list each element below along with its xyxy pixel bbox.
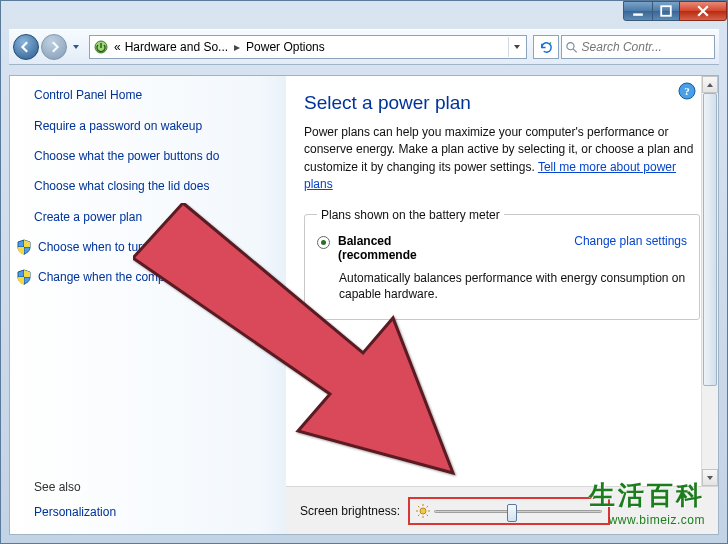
arrow-right-icon [48,41,60,53]
sidebar-link-turn-off-display[interactable]: Choose when to turn off the display [38,239,226,255]
plan-name: Balanced [338,234,391,248]
svg-point-3 [567,42,574,49]
nav-history-dropdown[interactable] [69,34,83,60]
scrollbar-track[interactable] [702,93,718,469]
search-box[interactable] [561,35,715,59]
shield-icon [16,239,32,255]
address-dropdown-button[interactable] [508,37,524,57]
svg-text:?: ? [684,85,690,97]
forward-button[interactable] [41,34,67,60]
shield-icon [16,269,32,285]
help-icon: ? [678,82,696,100]
search-icon [566,41,578,54]
control-panel-home-link[interactable]: Control Panel Home [34,88,268,102]
scroll-down-button[interactable] [702,469,718,486]
vertical-scrollbar[interactable] [701,76,718,486]
see-also-header: See also [34,480,268,494]
page-description: Power plans can help you maximize your c… [304,124,700,194]
sidebar-link-computer-sleeps[interactable]: Change when the computer sleeps [38,269,223,285]
sidebar-link-password-wakeup[interactable]: Require a password on wakeup [34,118,268,134]
plans-fieldset: Plans shown on the battery meter Balance… [304,208,700,321]
svg-rect-1 [661,6,671,16]
svg-point-6 [420,508,426,514]
slider-track [434,510,602,513]
maximize-button[interactable] [652,1,680,21]
chevron-up-icon [706,81,714,89]
sidebar-link-personalization[interactable]: Personalization [34,504,268,520]
minimize-button[interactable] [623,1,653,21]
brightness-slider[interactable] [434,503,602,519]
sun-dim-icon [416,504,430,518]
sidebar-link-closing-lid[interactable]: Choose what closing the lid does [34,178,268,194]
arrow-left-icon [20,41,32,53]
help-button[interactable]: ? [678,82,696,100]
plan-recommended-label: (recommende [338,248,417,262]
search-input[interactable] [582,40,710,54]
refresh-icon [539,40,554,55]
sidebar-link-create-plan[interactable]: Create a power plan [34,209,268,225]
back-button[interactable] [13,34,39,60]
breadcrumb-sep-icon: ▸ [234,40,240,54]
breadcrumb-seg1[interactable]: « Hardware and So... [114,40,228,54]
chevron-down-icon [513,43,521,51]
scrollbar-thumb[interactable] [703,93,717,386]
page-title: Select a power plan [304,92,700,114]
svg-line-14 [427,506,428,507]
chevron-down-icon [706,474,714,482]
address-bar[interactable]: « Hardware and So... ▸ Power Options [89,35,527,59]
screen-brightness-label: Screen brightness: [300,504,400,518]
maximize-icon [660,5,672,17]
close-button[interactable] [679,1,727,21]
plan-description: Automatically balances performance with … [339,270,687,304]
plans-legend: Plans shown on the battery meter [317,208,504,222]
svg-line-12 [427,514,428,515]
change-plan-settings-link[interactable]: Change plan settings [574,234,687,248]
refresh-button[interactable] [533,35,559,59]
power-options-icon [92,38,110,56]
brightness-highlight-box [408,497,610,525]
sidebar-link-power-buttons[interactable]: Choose what the power buttons do [34,148,268,164]
svg-line-13 [418,514,419,515]
minimize-icon [632,5,644,17]
svg-line-11 [418,506,419,507]
slider-thumb[interactable] [507,504,517,522]
svg-rect-0 [633,13,643,15]
breadcrumb-seg2[interactable]: Power Options [246,40,325,54]
close-icon [697,5,709,17]
scroll-up-button[interactable] [702,76,718,93]
chevron-down-icon [72,43,80,51]
plan-balanced-radio[interactable] [317,236,330,249]
